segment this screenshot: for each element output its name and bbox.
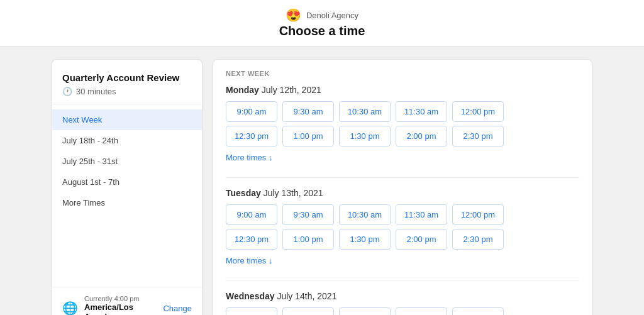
time-slot[interactable]: 12:00 pm <box>452 204 504 225</box>
page-title: Choose a time <box>279 24 365 38</box>
time-slots-monday-row2: 12:30 pm 1:00 pm 1:30 pm 2:00 pm 2:30 pm <box>226 126 579 146</box>
time-slot[interactable]: 2:00 pm <box>396 126 447 146</box>
time-slot[interactable]: 9:30 am <box>282 101 334 122</box>
day-name-wednesday: Wednesday <box>226 291 275 301</box>
page-header: 😍 Denoli Agency Choose a time <box>0 0 644 47</box>
agency-name: Denoli Agency <box>306 11 358 20</box>
divider-monday <box>226 177 579 178</box>
timezone-current: Currently 4:00 pm <box>84 295 157 302</box>
time-slot[interactable]: 10:30 am <box>339 101 391 122</box>
time-slot[interactable]: 9:30 am <box>282 307 334 315</box>
time-slot[interactable]: 11:30 am <box>452 307 504 315</box>
day-header-tuesday: Tuesday July 13th, 2021 <box>226 188 579 198</box>
sidebar-item-july25[interactable]: July 25th - 31st <box>52 151 202 172</box>
time-slot[interactable]: 9:00 am <box>226 101 277 122</box>
day-date-tuesday: July 13th, 2021 <box>264 188 323 198</box>
time-slot[interactable]: 9:00 am <box>226 307 277 315</box>
day-name-monday: Monday <box>226 85 259 95</box>
sidebar-top: Quarterly Account Review 🕐 30 minutes <box>52 60 202 104</box>
change-timezone-button[interactable]: Change <box>163 304 192 313</box>
time-slot[interactable]: 9:00 am <box>226 204 277 225</box>
timezone-name: America/Los Angeles <box>84 302 157 315</box>
day-section-monday: Monday July 12th, 2021 9:00 am 9:30 am 1… <box>226 85 579 165</box>
time-slot[interactable]: 12:30 pm <box>226 126 277 146</box>
time-slot[interactable]: 9:30 am <box>282 204 334 225</box>
clock-icon: 🕐 <box>62 87 72 96</box>
time-slot[interactable]: 2:30 pm <box>452 229 504 250</box>
time-slot[interactable]: 12:30 pm <box>226 229 277 250</box>
day-date-wednesday: July 14th, 2021 <box>277 291 336 301</box>
sidebar: Quarterly Account Review 🕐 30 minutes Ne… <box>52 59 203 315</box>
day-section-wednesday: Wednesday July 14th, 2021 9:00 am 9:30 a… <box>226 291 579 315</box>
sidebar-item-more-times[interactable]: More Times <box>52 192 202 213</box>
day-section-tuesday: Tuesday July 13th, 2021 9:00 am 9:30 am … <box>226 188 579 268</box>
time-slot[interactable]: 1:00 pm <box>282 126 334 146</box>
agency-emoji: 😍 <box>286 8 301 23</box>
day-header-wednesday: Wednesday July 14th, 2021 <box>226 291 579 301</box>
time-slots-monday-row1: 9:00 am 9:30 am 10:30 am 11:30 am 12:00 … <box>226 101 579 122</box>
time-slot[interactable]: 2:00 pm <box>396 229 447 250</box>
timezone-info: Currently 4:00 pm America/Los Angeles <box>84 295 157 315</box>
time-slot[interactable]: 1:30 pm <box>339 229 391 250</box>
event-duration: 🕐 30 minutes <box>62 87 192 96</box>
sidebar-footer: 🌐 Currently 4:00 pm America/Los Angeles … <box>52 287 202 315</box>
time-slot[interactable]: 1:00 pm <box>282 229 334 250</box>
sidebar-item-july18[interactable]: July 18th - 24th <box>52 130 202 151</box>
agency-row: 😍 Denoli Agency <box>286 8 358 23</box>
time-slot[interactable]: 2:30 pm <box>452 126 504 146</box>
time-slots-wednesday-row1: 9:00 am 9:30 am 10:00 am 10:30 am 11:30 … <box>226 307 579 315</box>
time-slots-tuesday-row2: 12:30 pm 1:00 pm 1:30 pm 2:00 pm 2:30 pm <box>226 229 579 250</box>
more-times-monday[interactable]: More times ↓ <box>226 150 272 165</box>
time-slot[interactable]: 11:30 am <box>396 204 447 225</box>
event-title: Quarterly Account Review <box>62 72 192 83</box>
day-header-monday: Monday July 12th, 2021 <box>226 85 579 95</box>
globe-icon: 🌐 <box>62 301 78 315</box>
sidebar-item-next-week[interactable]: Next Week <box>52 109 202 130</box>
time-slot[interactable]: 10:30 am <box>339 204 391 225</box>
time-slot[interactable]: 11:30 am <box>396 101 447 122</box>
sidebar-item-august1[interactable]: August 1st - 7th <box>52 172 202 192</box>
divider-tuesday <box>226 280 579 281</box>
main-content: Quarterly Account Review 🕐 30 minutes Ne… <box>39 47 605 315</box>
day-name-tuesday: Tuesday <box>226 188 261 198</box>
time-slots-tuesday-row1: 9:00 am 9:30 am 10:30 am 11:30 am 12:00 … <box>226 204 579 225</box>
more-times-tuesday[interactable]: More times ↓ <box>226 253 272 268</box>
time-slot[interactable]: 10:30 am <box>396 307 447 315</box>
day-date-monday-val: July 12th, 2021 <box>262 85 321 95</box>
time-slot[interactable]: 12:00 pm <box>452 101 504 122</box>
duration-label: 30 minutes <box>76 87 116 96</box>
sidebar-nav: Next Week July 18th - 24th July 25th - 3… <box>52 104 202 287</box>
week-label: NEXT WEEK <box>226 70 579 77</box>
time-slot[interactable]: 1:30 pm <box>339 126 391 146</box>
time-slot[interactable]: 10:00 am <box>339 307 391 315</box>
schedule-panel: NEXT WEEK Monday July 12th, 2021 9:00 am… <box>213 59 592 315</box>
